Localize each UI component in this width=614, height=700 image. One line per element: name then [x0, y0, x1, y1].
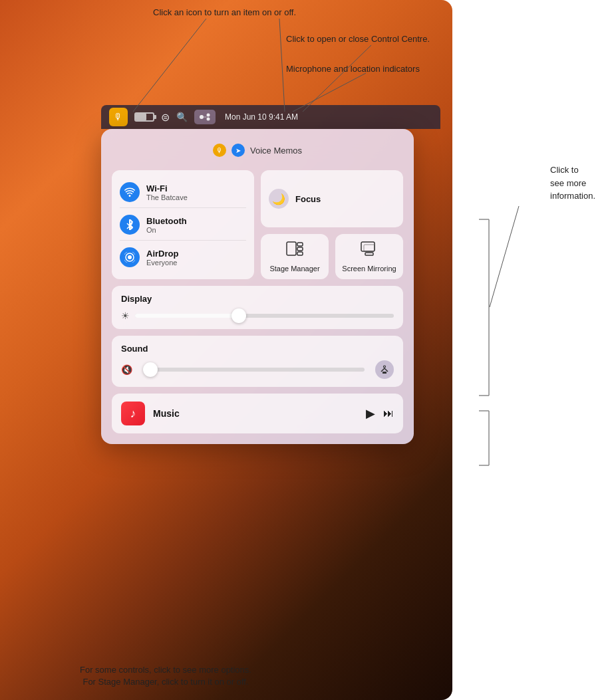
play-button[interactable]: ▶: [366, 406, 375, 421]
stage-manager-tile[interactable]: Stage Manager: [261, 234, 329, 279]
bluetooth-title: Bluetooth: [146, 216, 246, 226]
svg-point-11: [200, 115, 204, 119]
menubar: 🎙 ⊜ 🔍 Mon Jun 10 9:41 AM: [101, 105, 440, 129]
focus-tile[interactable]: 🌙 Focus: [261, 170, 403, 227]
annotation-open-close-cc: Click to open or close Control Centre.: [286, 33, 430, 45]
bluetooth-subtitle: On: [146, 226, 246, 234]
wifi-item[interactable]: Wi-Fi The Batcave: [120, 177, 246, 208]
display-panel: Display ☀: [112, 286, 403, 329]
display-slider-row: ☀: [121, 310, 394, 321]
bluetooth-text: Bluetooth On: [146, 216, 246, 234]
bluetooth-item[interactable]: Bluetooth On: [120, 209, 246, 241]
wifi-icon: [120, 182, 140, 202]
annotation-turn-on-off: Click an icon to turn an item on or off.: [153, 7, 296, 19]
voice-memos-mic-icon: 🎙: [213, 144, 226, 157]
wifi-subtitle: The Batcave: [146, 193, 246, 201]
top-grid: Wi-Fi The Batcave Bluetooth On: [112, 170, 403, 279]
voice-memos-bar: 🎙 ➤ Voice Memos: [112, 140, 403, 161]
airdrop-icon: [120, 247, 140, 267]
sound-slider-track[interactable]: [143, 368, 365, 372]
svg-rect-18: [287, 242, 296, 255]
menubar-control-center-icon[interactable]: [194, 110, 216, 124]
menubar-mic-icon[interactable]: 🎙: [109, 108, 128, 126]
control-centre-panel: 🎙 ➤ Voice Memos Wi-Fi The Batcave: [101, 129, 414, 444]
svg-point-12: [207, 114, 210, 117]
svg-rect-21: [297, 252, 303, 255]
annotation-bottom: For some controls, click to see more opt…: [80, 664, 251, 688]
stage-manager-icon: [285, 241, 304, 261]
menubar-search-icon[interactable]: 🔍: [176, 112, 188, 122]
sound-slider-row: 🔇: [121, 360, 394, 379]
screen-mirroring-tile[interactable]: Screen Mirroring: [335, 234, 403, 279]
menubar-battery-icon: [134, 112, 154, 122]
menubar-time: Mon Jun 10 9:41 AM: [225, 112, 298, 122]
menubar-wifi-icon[interactable]: ⊜: [161, 111, 170, 124]
music-app-icon: ♪: [121, 402, 145, 425]
screen-mirroring-label: Screen Mirroring: [342, 265, 396, 273]
svg-rect-24: [364, 245, 375, 251]
music-controls: ▶ ⏭: [366, 406, 394, 421]
sound-title: Sound: [121, 344, 394, 354]
airplay-button[interactable]: [375, 360, 394, 379]
right-column: 🌙 Focus Stage Manager: [261, 170, 403, 279]
focus-label: Focus: [295, 194, 321, 204]
music-label: Music: [153, 408, 358, 419]
bluetooth-icon: [120, 215, 140, 235]
svg-rect-25: [383, 372, 386, 374]
music-panel: ♪ Music ▶ ⏭: [112, 394, 403, 433]
voice-memos-label: Voice Memos: [250, 146, 302, 156]
svg-point-15: [128, 255, 132, 259]
wifi-title: Wi-Fi: [146, 183, 246, 193]
svg-line-10: [490, 206, 519, 307]
network-panel: Wi-Fi The Batcave Bluetooth On: [112, 170, 254, 279]
stage-manager-label: Stage Manager: [269, 265, 319, 273]
svg-rect-23: [365, 253, 373, 255]
voice-memos-location-icon: ➤: [231, 144, 245, 157]
bottom-tiles: Stage Manager Screen Mirroring: [261, 234, 403, 279]
airdrop-item[interactable]: AirDrop Everyone: [120, 242, 246, 273]
focus-icon: 🌙: [269, 189, 289, 209]
annotation-see-more: Click tosee moreinformation.: [550, 164, 595, 203]
display-slider-track[interactable]: [135, 314, 394, 318]
svg-point-26: [384, 366, 386, 368]
display-title: Display: [121, 294, 394, 304]
svg-rect-20: [297, 247, 303, 251]
airdrop-title: AirDrop: [146, 249, 246, 259]
svg-point-13: [207, 118, 210, 121]
svg-rect-19: [297, 243, 303, 246]
annotation-mic-location: Microphone and location indicators: [286, 63, 420, 75]
skip-button[interactable]: ⏭: [383, 408, 394, 419]
brightness-icon: ☀: [121, 310, 130, 321]
airdrop-text: AirDrop Everyone: [146, 249, 246, 267]
volume-icon: 🔇: [121, 364, 132, 375]
airdrop-subtitle: Everyone: [146, 259, 246, 267]
wifi-text: Wi-Fi The Batcave: [146, 183, 246, 201]
svg-rect-22: [361, 242, 375, 251]
sound-panel: Sound 🔇: [112, 336, 403, 387]
screen-mirroring-icon: [360, 241, 379, 261]
